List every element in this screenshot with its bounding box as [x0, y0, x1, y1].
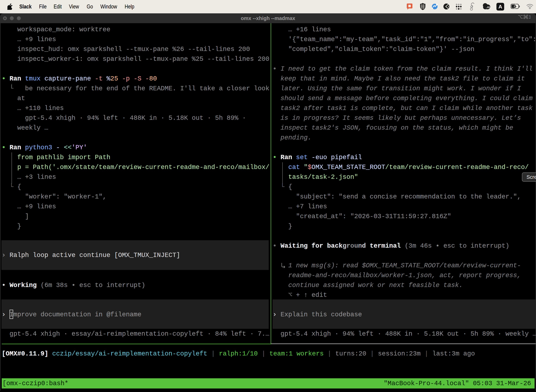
svg-text:..61: ..61	[486, 6, 490, 9]
svg-text:1: 1	[529, 14, 530, 20]
